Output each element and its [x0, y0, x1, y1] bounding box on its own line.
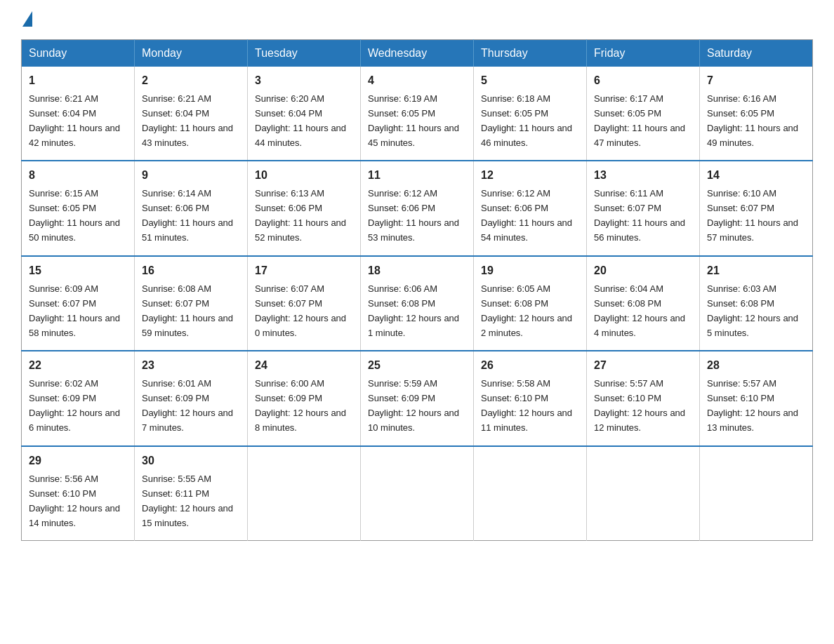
day-number: 6 [594, 72, 692, 90]
calendar-day-cell: 28Sunrise: 5:57 AMSunset: 6:10 PMDayligh… [700, 351, 813, 445]
calendar-day-cell: 22Sunrise: 6:02 AMSunset: 6:09 PMDayligh… [22, 351, 135, 445]
calendar-table: SundayMondayTuesdayWednesdayThursdayFrid… [21, 39, 813, 541]
day-number: 28 [707, 357, 805, 375]
day-number: 24 [255, 357, 353, 375]
calendar-day-cell: 30Sunrise: 5:55 AMSunset: 6:11 PMDayligh… [135, 446, 248, 541]
day-info: Sunrise: 6:15 AMSunset: 6:05 PMDaylight:… [29, 188, 120, 243]
weekday-header-tuesday: Tuesday [248, 40, 361, 67]
day-number: 14 [707, 167, 805, 185]
day-info: Sunrise: 5:57 AMSunset: 6:10 PMDaylight:… [594, 378, 685, 433]
weekday-header-sunday: Sunday [22, 40, 135, 67]
calendar-day-cell: 29Sunrise: 5:56 AMSunset: 6:10 PMDayligh… [22, 446, 135, 541]
calendar-day-cell: 21Sunrise: 6:03 AMSunset: 6:08 PMDayligh… [700, 256, 813, 351]
day-number: 27 [594, 357, 692, 375]
weekday-header-saturday: Saturday [700, 40, 813, 67]
day-info: Sunrise: 6:06 AMSunset: 6:08 PMDaylight:… [368, 283, 459, 338]
calendar-day-cell: 14Sunrise: 6:10 AMSunset: 6:07 PMDayligh… [700, 161, 813, 255]
calendar-day-cell: 13Sunrise: 6:11 AMSunset: 6:07 PMDayligh… [587, 161, 700, 255]
day-number: 26 [481, 357, 579, 375]
day-info: Sunrise: 6:11 AMSunset: 6:07 PMDaylight:… [594, 188, 685, 243]
calendar-week-row: 1Sunrise: 6:21 AMSunset: 6:04 PMDaylight… [22, 67, 813, 161]
calendar-day-cell: 6Sunrise: 6:17 AMSunset: 6:05 PMDaylight… [587, 67, 700, 161]
day-info: Sunrise: 6:10 AMSunset: 6:07 PMDaylight:… [707, 188, 798, 243]
calendar-day-cell: 19Sunrise: 6:05 AMSunset: 6:08 PMDayligh… [474, 256, 587, 351]
day-number: 13 [594, 167, 692, 185]
day-number: 23 [142, 357, 240, 375]
day-info: Sunrise: 5:58 AMSunset: 6:10 PMDaylight:… [481, 378, 572, 433]
day-info: Sunrise: 6:14 AMSunset: 6:06 PMDaylight:… [142, 188, 233, 243]
day-info: Sunrise: 6:12 AMSunset: 6:06 PMDaylight:… [481, 188, 572, 243]
day-number: 11 [368, 167, 466, 185]
weekday-header-monday: Monday [135, 40, 248, 67]
day-number: 8 [29, 167, 127, 185]
day-number: 5 [481, 72, 579, 90]
day-info: Sunrise: 5:59 AMSunset: 6:09 PMDaylight:… [368, 378, 459, 433]
day-number: 12 [481, 167, 579, 185]
day-number: 10 [255, 167, 353, 185]
day-number: 4 [368, 72, 466, 90]
day-number: 29 [29, 452, 127, 470]
calendar-week-row: 8Sunrise: 6:15 AMSunset: 6:05 PMDaylight… [22, 161, 813, 255]
calendar-week-row: 29Sunrise: 5:56 AMSunset: 6:10 PMDayligh… [22, 446, 813, 541]
day-number: 15 [29, 262, 127, 280]
calendar-day-cell: 25Sunrise: 5:59 AMSunset: 6:09 PMDayligh… [361, 351, 474, 445]
day-info: Sunrise: 6:16 AMSunset: 6:05 PMDaylight:… [707, 93, 798, 148]
day-info: Sunrise: 5:57 AMSunset: 6:10 PMDaylight:… [707, 378, 798, 433]
calendar-day-cell: 7Sunrise: 6:16 AMSunset: 6:05 PMDaylight… [700, 67, 813, 161]
calendar-day-cell: 3Sunrise: 6:20 AMSunset: 6:04 PMDaylight… [248, 67, 361, 161]
weekday-header-row: SundayMondayTuesdayWednesdayThursdayFrid… [22, 40, 813, 67]
day-info: Sunrise: 6:21 AMSunset: 6:04 PMDaylight:… [29, 93, 120, 148]
day-info: Sunrise: 6:21 AMSunset: 6:04 PMDaylight:… [142, 93, 233, 148]
day-number: 21 [707, 262, 805, 280]
calendar-day-cell: 27Sunrise: 5:57 AMSunset: 6:10 PMDayligh… [587, 351, 700, 445]
page-header [21, 14, 813, 27]
day-info: Sunrise: 6:02 AMSunset: 6:09 PMDaylight:… [29, 378, 120, 433]
day-info: Sunrise: 6:00 AMSunset: 6:09 PMDaylight:… [255, 378, 346, 433]
weekday-header-friday: Friday [587, 40, 700, 67]
day-info: Sunrise: 5:56 AMSunset: 6:10 PMDaylight:… [29, 474, 120, 528]
calendar-day-cell [361, 446, 474, 541]
day-number: 18 [368, 262, 466, 280]
weekday-header-wednesday: Wednesday [361, 40, 474, 67]
calendar-day-cell: 10Sunrise: 6:13 AMSunset: 6:06 PMDayligh… [248, 161, 361, 255]
calendar-day-cell: 16Sunrise: 6:08 AMSunset: 6:07 PMDayligh… [135, 256, 248, 351]
day-info: Sunrise: 6:03 AMSunset: 6:08 PMDaylight:… [707, 283, 798, 338]
day-number: 17 [255, 262, 353, 280]
calendar-week-row: 15Sunrise: 6:09 AMSunset: 6:07 PMDayligh… [22, 256, 813, 351]
day-info: Sunrise: 6:05 AMSunset: 6:08 PMDaylight:… [481, 283, 572, 338]
day-info: Sunrise: 6:17 AMSunset: 6:05 PMDaylight:… [594, 93, 685, 148]
calendar-day-cell: 8Sunrise: 6:15 AMSunset: 6:05 PMDaylight… [22, 161, 135, 255]
calendar-day-cell: 1Sunrise: 6:21 AMSunset: 6:04 PMDaylight… [22, 67, 135, 161]
day-number: 7 [707, 72, 805, 90]
calendar-day-cell [700, 446, 813, 541]
day-number: 9 [142, 167, 240, 185]
calendar-week-row: 22Sunrise: 6:02 AMSunset: 6:09 PMDayligh… [22, 351, 813, 445]
day-info: Sunrise: 6:08 AMSunset: 6:07 PMDaylight:… [142, 283, 233, 338]
day-info: Sunrise: 6:19 AMSunset: 6:05 PMDaylight:… [368, 93, 459, 148]
calendar-day-cell: 20Sunrise: 6:04 AMSunset: 6:08 PMDayligh… [587, 256, 700, 351]
day-info: Sunrise: 5:55 AMSunset: 6:11 PMDaylight:… [142, 474, 233, 528]
day-number: 22 [29, 357, 127, 375]
calendar-day-cell: 11Sunrise: 6:12 AMSunset: 6:06 PMDayligh… [361, 161, 474, 255]
logo [21, 14, 32, 27]
day-number: 19 [481, 262, 579, 280]
calendar-day-cell: 5Sunrise: 6:18 AMSunset: 6:05 PMDaylight… [474, 67, 587, 161]
calendar-day-cell: 2Sunrise: 6:21 AMSunset: 6:04 PMDaylight… [135, 67, 248, 161]
day-info: Sunrise: 6:04 AMSunset: 6:08 PMDaylight:… [594, 283, 685, 338]
calendar-day-cell: 15Sunrise: 6:09 AMSunset: 6:07 PMDayligh… [22, 256, 135, 351]
calendar-day-cell [587, 446, 700, 541]
calendar-day-cell [474, 446, 587, 541]
day-info: Sunrise: 6:07 AMSunset: 6:07 PMDaylight:… [255, 283, 346, 338]
calendar-day-cell: 24Sunrise: 6:00 AMSunset: 6:09 PMDayligh… [248, 351, 361, 445]
calendar-day-cell: 23Sunrise: 6:01 AMSunset: 6:09 PMDayligh… [135, 351, 248, 445]
day-number: 1 [29, 72, 127, 90]
calendar-day-cell: 4Sunrise: 6:19 AMSunset: 6:05 PMDaylight… [361, 67, 474, 161]
calendar-day-cell: 17Sunrise: 6:07 AMSunset: 6:07 PMDayligh… [248, 256, 361, 351]
day-number: 20 [594, 262, 692, 280]
day-number: 3 [255, 72, 353, 90]
day-info: Sunrise: 6:13 AMSunset: 6:06 PMDaylight:… [255, 188, 346, 243]
calendar-day-cell: 12Sunrise: 6:12 AMSunset: 6:06 PMDayligh… [474, 161, 587, 255]
logo-triangle-icon [22, 11, 32, 27]
day-info: Sunrise: 6:09 AMSunset: 6:07 PMDaylight:… [29, 283, 120, 338]
day-number: 25 [368, 357, 466, 375]
